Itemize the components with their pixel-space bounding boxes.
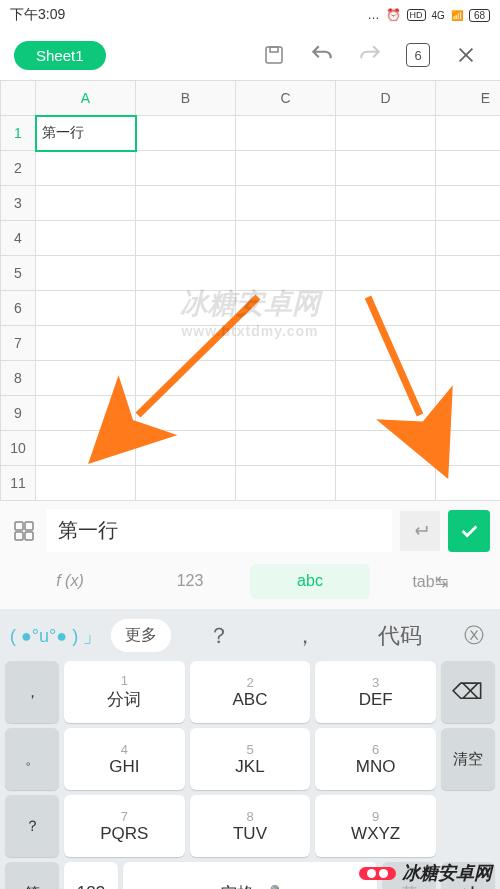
cell[interactable] — [236, 431, 336, 466]
key-clear[interactable]: 清空 — [441, 728, 495, 790]
key-MNO[interactable]: 6MNO — [315, 728, 436, 790]
cell[interactable] — [136, 291, 236, 326]
more-chip[interactable]: 更多 — [111, 619, 171, 652]
row-header[interactable]: 9 — [1, 396, 36, 431]
cell[interactable] — [436, 186, 501, 221]
spreadsheet[interactable]: ABCDE1第一行234567891011 — [0, 80, 500, 501]
row-header[interactable]: 6 — [1, 291, 36, 326]
key-punct[interactable]: ， — [5, 661, 59, 723]
cell[interactable] — [236, 256, 336, 291]
cell[interactable] — [436, 256, 501, 291]
key-123[interactable]: 123 — [64, 862, 118, 889]
code-button[interactable]: 代码 — [351, 621, 450, 651]
cell[interactable] — [436, 326, 501, 361]
cell[interactable] — [436, 396, 501, 431]
cell[interactable] — [436, 221, 501, 256]
row-header[interactable]: 8 — [1, 361, 36, 396]
key-PQRS[interactable]: 7PQRS — [64, 795, 185, 857]
confirm-button[interactable] — [448, 510, 490, 552]
close-icon[interactable] — [446, 44, 486, 66]
newline-button[interactable] — [400, 511, 440, 551]
cell[interactable] — [236, 151, 336, 186]
cell[interactable] — [336, 326, 436, 361]
row-header[interactable]: 10 — [1, 431, 36, 466]
key-punct[interactable]: ？ — [5, 795, 59, 857]
keypad-icon[interactable] — [10, 517, 38, 545]
cell[interactable] — [236, 221, 336, 256]
col-header[interactable]: E — [436, 81, 501, 116]
cell[interactable] — [36, 256, 136, 291]
cell[interactable] — [436, 361, 501, 396]
mode-abc[interactable]: abc — [250, 564, 370, 599]
cell[interactable] — [136, 116, 236, 151]
cell[interactable] — [336, 291, 436, 326]
cell[interactable] — [36, 291, 136, 326]
cell[interactable] — [436, 151, 501, 186]
key-punct[interactable]: 。 — [5, 728, 59, 790]
cell[interactable] — [336, 361, 436, 396]
mode-fx[interactable]: f (x) — [10, 564, 130, 599]
sym-question[interactable]: ？ — [177, 621, 260, 651]
cell[interactable] — [236, 116, 336, 151]
cell[interactable] — [136, 431, 236, 466]
col-header[interactable]: D — [336, 81, 436, 116]
cell[interactable] — [336, 396, 436, 431]
key-space[interactable]: 空格 🎤 — [123, 862, 377, 889]
col-header[interactable]: A — [36, 81, 136, 116]
key-ABC[interactable]: 2ABC — [190, 661, 311, 723]
cell[interactable] — [336, 431, 436, 466]
cell[interactable] — [36, 396, 136, 431]
cell[interactable]: 第一行 — [36, 116, 136, 151]
cell[interactable] — [236, 186, 336, 221]
cell[interactable] — [36, 186, 136, 221]
cell[interactable] — [436, 431, 501, 466]
undo-icon[interactable] — [302, 42, 342, 68]
sheet-tab[interactable]: Sheet1 — [14, 41, 106, 70]
cell[interactable] — [336, 186, 436, 221]
save-icon[interactable] — [254, 43, 294, 67]
page-indicator[interactable]: 6 — [398, 43, 438, 67]
cell[interactable] — [236, 291, 336, 326]
row-header[interactable]: 5 — [1, 256, 36, 291]
cell[interactable] — [136, 256, 236, 291]
row-header[interactable]: 4 — [1, 221, 36, 256]
sym-comma[interactable]: ， — [264, 621, 347, 651]
row-header[interactable]: 2 — [1, 151, 36, 186]
cell[interactable] — [136, 396, 236, 431]
row-header[interactable]: 3 — [1, 186, 36, 221]
cell[interactable] — [236, 361, 336, 396]
cell[interactable] — [36, 431, 136, 466]
emoji-button[interactable]: ( ●°u°● ) 」 — [6, 624, 105, 648]
cell[interactable] — [136, 326, 236, 361]
cell[interactable] — [436, 291, 501, 326]
cell[interactable] — [36, 361, 136, 396]
cell[interactable] — [336, 466, 436, 501]
cell[interactable] — [336, 151, 436, 186]
cell[interactable] — [136, 221, 236, 256]
cell[interactable] — [336, 116, 436, 151]
row-header[interactable]: 1 — [1, 116, 36, 151]
cell[interactable] — [36, 221, 136, 256]
key-GHI[interactable]: 4GHI — [64, 728, 185, 790]
key-JKL[interactable]: 5JKL — [190, 728, 311, 790]
row-header[interactable]: 7 — [1, 326, 36, 361]
cell[interactable] — [236, 326, 336, 361]
cell[interactable] — [236, 396, 336, 431]
cell[interactable] — [436, 116, 501, 151]
cell[interactable] — [436, 466, 501, 501]
cell[interactable] — [136, 361, 236, 396]
key-TUV[interactable]: 8TUV — [190, 795, 311, 857]
mode-tab[interactable]: tab↹ — [370, 564, 490, 599]
key-分词[interactable]: 1分词 — [64, 661, 185, 723]
col-header[interactable]: B — [136, 81, 236, 116]
col-header[interactable]: C — [236, 81, 336, 116]
mode-123[interactable]: 123 — [130, 564, 250, 599]
cell[interactable] — [336, 256, 436, 291]
key-symbols[interactable]: 符 — [5, 862, 59, 889]
clear-icon[interactable]: ⓧ — [454, 622, 494, 649]
key-DEF[interactable]: 3DEF — [315, 661, 436, 723]
cell[interactable] — [236, 466, 336, 501]
row-header[interactable]: 11 — [1, 466, 36, 501]
cell[interactable] — [136, 151, 236, 186]
key-WXYZ[interactable]: 9WXYZ — [315, 795, 436, 857]
